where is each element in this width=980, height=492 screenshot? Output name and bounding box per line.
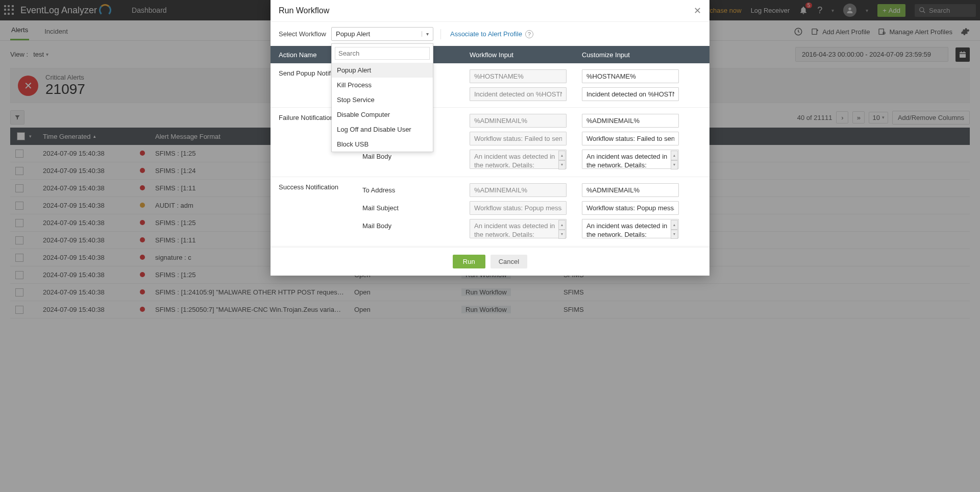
variable-name: Mail Subject xyxy=(362,201,470,212)
workflow-input-field xyxy=(470,69,567,83)
customize-input-field[interactable] xyxy=(582,201,679,215)
workflow-input-field xyxy=(470,87,567,101)
workflow-option[interactable]: Popup Alert xyxy=(332,63,433,78)
associate-alert-profile-link[interactable]: Associate to Alert Profile ? xyxy=(450,30,533,38)
customize-input-field[interactable] xyxy=(582,87,679,101)
spinner-down-icon[interactable]: ▾ xyxy=(558,160,566,170)
workflow-option[interactable]: Log Off and Disable User xyxy=(332,122,433,137)
help-circle-icon: ? xyxy=(525,30,533,38)
run-button[interactable]: Run xyxy=(453,255,485,268)
customize-input-textarea[interactable]: An incident was detected in the network.… xyxy=(582,219,679,238)
workflow-option[interactable]: Block USB xyxy=(332,137,433,152)
customize-input-field[interactable] xyxy=(582,132,679,145)
workflow-search-input[interactable] xyxy=(335,47,430,60)
workflow-input-field xyxy=(470,183,567,197)
spinner-up-icon[interactable]: ▴ xyxy=(671,151,678,160)
run-workflow-modal: Run Workflow ✕ Select Workflow Popup Ale… xyxy=(271,0,709,276)
workflow-option[interactable]: Kill Process xyxy=(332,78,433,92)
workflow-input-textarea: An incident was detected in the network.… xyxy=(470,219,567,238)
variable-name: Mail Body xyxy=(362,219,470,230)
action-name: Success Notification xyxy=(271,183,362,191)
workflow-dropdown-list: Popup AlertKill ProcessStop ServiceDisab… xyxy=(331,43,433,152)
customize-input-field[interactable] xyxy=(582,114,679,128)
chevron-down-icon: ▾ xyxy=(422,31,429,37)
workflow-option[interactable]: Stop Service xyxy=(332,92,433,107)
workflow-dropdown[interactable]: Popup Alert ▾ Popup AlertKill ProcessSto… xyxy=(331,27,433,41)
workflow-input-field xyxy=(470,201,567,215)
workflow-input-textarea: An incident was detected in the network.… xyxy=(470,150,567,169)
select-workflow-label: Select Workflow xyxy=(279,30,326,38)
spinner-up-icon[interactable]: ▴ xyxy=(558,151,566,160)
variable-name: To Address xyxy=(362,183,470,194)
modal-title: Run Workflow xyxy=(279,6,329,15)
spinner-up-icon[interactable]: ▴ xyxy=(671,220,678,230)
spinner-down-icon[interactable]: ▾ xyxy=(558,230,566,239)
spinner-down-icon[interactable]: ▾ xyxy=(671,160,678,170)
spinner-down-icon[interactable]: ▾ xyxy=(671,230,678,239)
workflow-option[interactable]: Disable Computer xyxy=(332,107,433,122)
modal-overlay: Run Workflow ✕ Select Workflow Popup Ale… xyxy=(0,0,980,492)
spinner-up-icon[interactable]: ▴ xyxy=(558,220,566,230)
modal-close-icon[interactable]: ✕ xyxy=(694,5,701,16)
customize-input-field[interactable] xyxy=(582,69,679,83)
workflow-input-field xyxy=(470,114,567,128)
customize-input-field[interactable] xyxy=(582,183,679,197)
workflow-input-field xyxy=(470,132,567,145)
customize-input-textarea[interactable]: An incident was detected in the network.… xyxy=(582,150,679,169)
cancel-button[interactable]: Cancel xyxy=(491,255,527,268)
